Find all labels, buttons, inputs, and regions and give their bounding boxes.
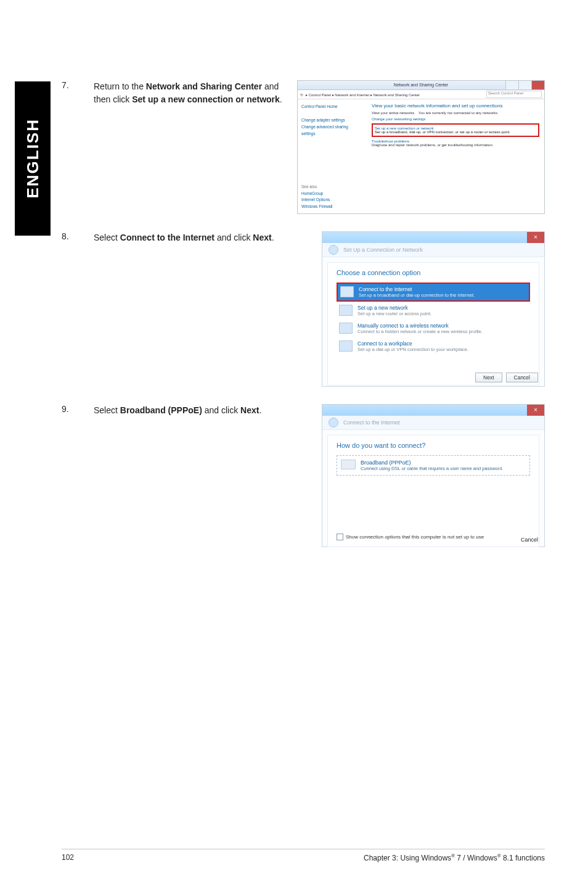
see-also-homegroup[interactable]: HomeGroup bbox=[301, 191, 333, 197]
step-8-screenshot: × Set Up a Connection or Network Choose … bbox=[297, 231, 545, 387]
step-9: 9. Select Broadband (PPPoE) and click Ne… bbox=[62, 404, 545, 547]
address-bar: ↻ ▸ Control Panel ▸ Network and Internet… bbox=[298, 90, 544, 99]
troubleshoot-option[interactable]: Troubleshoot problems Diagnose and repai… bbox=[372, 139, 539, 147]
main-panel: View your basic network information and … bbox=[367, 99, 544, 215]
dialog-title: Choose a connection option bbox=[337, 269, 530, 276]
close-button[interactable] bbox=[531, 81, 544, 89]
workplace-icon bbox=[339, 340, 353, 352]
dialog-titlebar: × bbox=[322, 232, 544, 243]
dialog-titlebar: × bbox=[322, 405, 544, 416]
dialog-header-title: Connect to the Internet bbox=[343, 419, 400, 426]
option-manual-wireless[interactable]: Manually connect to a wireless networkCo… bbox=[337, 320, 530, 337]
language-tab: ENGLISH bbox=[15, 81, 51, 236]
show-options-checkbox[interactable]: Show connection options that this comput… bbox=[337, 534, 484, 540]
back-button[interactable] bbox=[329, 245, 338, 255]
sidebar-adapter-settings[interactable]: Change adapter settings bbox=[301, 117, 363, 123]
page-footer: 102 Chapter 3: Using Windows® 7 / Window… bbox=[62, 849, 545, 862]
close-button[interactable]: × bbox=[527, 405, 544, 416]
language-tab-label: ENGLISH bbox=[23, 118, 43, 199]
next-button[interactable]: Next bbox=[475, 373, 502, 382]
breadcrumb[interactable]: ▸ Control Panel ▸ Network and Internet ▸… bbox=[306, 93, 420, 97]
wireless-icon bbox=[339, 323, 353, 334]
change-settings-heading: Change your networking settings bbox=[372, 117, 539, 121]
search-input[interactable]: Search Control Panel bbox=[486, 91, 542, 98]
sidebar-home[interactable]: Control Panel Home bbox=[301, 103, 363, 110]
step-7: 7. Return to the Network and Sharing Cen… bbox=[62, 80, 545, 214]
active-networks-row: View your active networks You are curren… bbox=[372, 111, 539, 115]
see-also-firewall[interactable]: Windows Firewall bbox=[301, 204, 333, 210]
option-broadband-pppoe[interactable]: Broadband (PPPoE)Connect using DSL or ca… bbox=[337, 455, 530, 476]
main-headline: View your basic network information and … bbox=[372, 103, 539, 109]
step-8-text: Select Connect to the Internet and click… bbox=[94, 231, 297, 244]
cancel-button[interactable]: Cancel bbox=[506, 373, 538, 382]
minimize-button[interactable] bbox=[505, 81, 518, 89]
step-9-screenshot: × Connect to the Internet How do you wan… bbox=[309, 404, 545, 547]
step-9-number: 9. bbox=[62, 404, 94, 414]
globe-icon bbox=[340, 286, 354, 297]
window-titlebar: Network and Sharing Center bbox=[298, 81, 544, 90]
see-also-internet-options[interactable]: Internet Options bbox=[301, 197, 333, 203]
option-new-network[interactable]: Set up a new networkSet up a new router … bbox=[337, 302, 530, 320]
dialog-header: Connect to the Internet bbox=[322, 416, 544, 430]
option-connect-internet[interactable]: Connect to the InternetSet up a broadban… bbox=[337, 283, 530, 302]
step-7-screenshot: Network and Sharing Center ↻ ▸ Control P… bbox=[297, 80, 545, 214]
maximize-button[interactable] bbox=[518, 81, 531, 89]
option-workplace[interactable]: Connect to a workplaceSet up a dial-up o… bbox=[337, 337, 530, 355]
setup-connection-dialog: × Set Up a Connection or Network Choose … bbox=[322, 231, 545, 387]
step-9-text: Select Broadband (PPPoE) and click Next. bbox=[94, 404, 309, 417]
dialog-header: Set Up a Connection or Network bbox=[322, 243, 544, 257]
nav-icon: ↻ bbox=[300, 93, 303, 97]
router-icon bbox=[339, 305, 353, 316]
modem-icon bbox=[341, 460, 356, 469]
dialog-header-title: Set Up a Connection or Network bbox=[343, 247, 423, 253]
step-7-number: 7. bbox=[62, 80, 94, 90]
chapter-label: Chapter 3: Using Windows® 7 / Windows® 8… bbox=[364, 853, 545, 862]
content-area: 7. Return to the Network and Sharing Cen… bbox=[62, 80, 545, 564]
cancel-button[interactable]: Cancel bbox=[521, 537, 538, 543]
setup-connection-option[interactable]: Set up a new connection or network Set u… bbox=[372, 123, 539, 137]
step-8-number: 8. bbox=[62, 231, 94, 241]
step-8: 8. Select Connect to the Internet and cl… bbox=[62, 231, 545, 387]
sidebar-advanced-sharing[interactable]: Change advanced sharing settings bbox=[301, 123, 363, 137]
window-controls bbox=[505, 81, 544, 89]
network-sharing-center-window: Network and Sharing Center ↻ ▸ Control P… bbox=[297, 80, 545, 214]
dialog-title: How do you want to connect? bbox=[337, 442, 530, 449]
connect-internet-dialog: × Connect to the Internet How do you wan… bbox=[322, 404, 545, 547]
page-number: 102 bbox=[62, 853, 74, 862]
back-button[interactable] bbox=[329, 418, 338, 427]
checkbox-icon[interactable] bbox=[337, 534, 343, 540]
close-button[interactable]: × bbox=[527, 232, 544, 243]
step-7-text: Return to the Network and Sharing Center… bbox=[94, 80, 297, 106]
see-also: See also HomeGroup Internet Options Wind… bbox=[301, 184, 333, 210]
